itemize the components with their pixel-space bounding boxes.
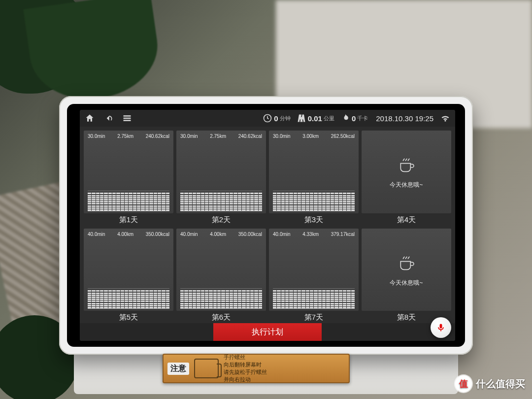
day-card-4[interactable]: 今天休息哦~ [362,131,451,213]
day6-bars [180,288,262,309]
day-card-6[interactable]: 40.0min4.00km350.00kcal [176,229,266,311]
status-bar: 0 分钟 0.01 公里 0 千卡 2018.1 [80,110,455,127]
day-label-3: 第3天 [269,213,359,226]
metric-distance-unit: 公里 [324,115,334,122]
day3-distance: 3.00km [302,133,319,139]
metric-distance-value: 0.01 [308,114,322,123]
day-label-1: 第1天 [84,213,173,226]
svg-rect-2 [124,120,131,121]
execute-plan-button[interactable]: 执行计划 [213,323,322,341]
day6-duration: 40.0min [180,232,198,237]
day5-duration: 40.0min [88,232,105,237]
notice-sticker: 注意 手拧螺丝 向后翻转屏幕时 请先旋松手拧螺丝 并向右拉动 [163,354,350,383]
watermark: 值 什么值得买 [455,375,525,392]
plan-grid: 30.0min2.75km240.62kcal第1天30.0min2.75km2… [80,127,455,323]
road-icon [297,113,306,123]
menu-icon[interactable] [122,113,132,123]
notice-diagram-icon [194,359,219,378]
mic-button[interactable] [431,317,451,338]
day-card-3[interactable]: 30.0min3.00km262.50kcal [269,131,359,213]
rest-text: 今天休息哦~ [390,181,423,189]
metric-time-unit: 分钟 [280,115,291,122]
day3-duration: 30.0min [273,133,291,139]
flame-icon [340,113,350,123]
day2-distance: 2.75km [210,133,226,139]
day7-kcal: 379.17kcal [331,232,355,237]
day-card-2[interactable]: 30.0min2.75km240.62kcal [176,131,266,213]
day2-bars [180,191,262,211]
day6-distance: 4.00km [210,232,226,237]
screen: 0 分钟 0.01 公里 0 千卡 2018.1 [80,110,455,341]
rest-text: 今天休息哦~ [390,279,423,287]
notice-line1: 向后翻转屏幕时 [224,361,267,368]
day-label-2: 第2天 [176,213,266,226]
svg-rect-0 [124,115,131,117]
tablet-frame: 0 分钟 0.01 公里 0 千卡 2018.1 [59,96,473,355]
day-card-5[interactable]: 40.0min4.00km350.00kcal [84,229,173,311]
day5-distance: 4.00km [117,232,133,237]
day5-bars [88,288,169,309]
day-label-7: 第7天 [269,311,359,323]
day-card-8[interactable]: 今天休息哦~ [362,229,451,311]
datetime: 2018.10.30 19:25 [376,114,433,123]
clock-icon [263,113,272,123]
day7-distance: 4.33km [302,232,319,237]
day1-duration: 30.0min [88,133,105,139]
watermark-badge: 值 [455,375,472,392]
day5-kcal: 350.00kcal [146,232,169,237]
day1-distance: 2.75km [117,133,133,139]
notice-line2: 请先旋松手拧螺丝 [224,368,267,376]
day3-kcal: 262.50kcal [331,133,355,139]
notice-line3: 并向右拉动 [224,376,267,383]
day1-kcal: 240.62kcal [146,133,169,139]
metric-distance: 0.01 公里 [297,113,334,123]
day2-kcal: 240.62kcal [238,133,262,139]
bottom-bar: 执行计划 [80,323,455,341]
metric-calories-unit: 千卡 [357,115,368,122]
coffee-cup-icon [397,155,416,177]
metric-time-value: 0 [274,114,278,123]
day2-duration: 30.0min [180,133,198,139]
day-card-7[interactable]: 40.0min4.33km379.17kcal [269,229,359,311]
coffee-cup-icon [397,253,416,275]
day7-bars [273,288,355,309]
day3-bars [273,191,355,211]
wifi-icon[interactable] [440,113,450,123]
day6-kcal: 350.00kcal [238,232,262,237]
watermark-text: 什么值得买 [476,377,525,391]
metric-time: 0 分钟 [263,113,290,123]
day-label-4: 第4天 [362,213,451,226]
day1-bars [88,191,169,211]
metric-calories: 0 千卡 [340,113,368,123]
day-card-1[interactable]: 30.0min2.75km240.62kcal [84,131,173,213]
metric-calories-value: 0 [352,114,356,123]
back-icon[interactable] [103,113,113,123]
notice-title: 注意 [167,363,189,375]
svg-rect-1 [124,118,131,119]
day7-duration: 40.0min [273,232,291,237]
day-label-5: 第5天 [84,311,173,323]
day-label-6: 第6天 [176,311,266,323]
home-icon[interactable] [85,113,95,123]
notice-subhead: 手拧螺丝 [224,354,267,361]
